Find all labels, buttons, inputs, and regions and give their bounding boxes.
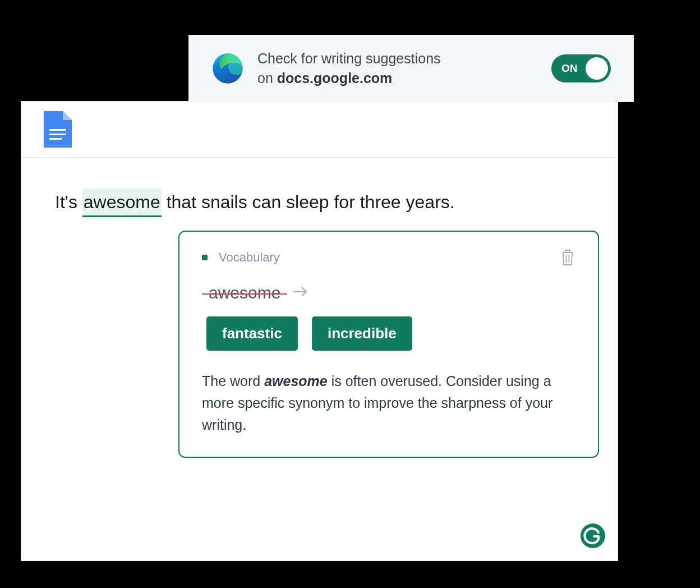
svg-rect-1: [49, 129, 66, 131]
category-dot-icon: [202, 255, 208, 260]
toggle-knob: [586, 57, 608, 80]
dismiss-suggestion-button[interactable]: [560, 249, 575, 267]
explanation-bold-word: awesome: [264, 373, 328, 389]
suggestions-row: fantastic incredible: [202, 316, 575, 351]
explanation-part1: The word: [202, 373, 264, 389]
original-word-strikethrough: awesome: [206, 283, 283, 302]
arrow-right-icon: [293, 286, 308, 300]
toggle-on-label: ON: [561, 62, 578, 75]
flagged-word[interactable]: awesome: [82, 189, 162, 217]
extension-domain: docs.google.com: [277, 70, 393, 86]
sentence-suffix: that snails can sleep for three years.: [162, 192, 455, 212]
extension-message: Check for writing suggestions on docs.go…: [257, 49, 551, 88]
extension-text-line1: Check for writing suggestions: [257, 50, 441, 66]
original-word-row: awesome: [202, 283, 575, 302]
google-docs-icon: [44, 111, 72, 148]
document-sentence: It's awesome that snails can sleep for t…: [55, 189, 584, 217]
suggestion-button-incredible[interactable]: incredible: [312, 316, 412, 351]
svg-rect-3: [49, 138, 62, 140]
suggestion-explanation: The word awesome is often overused. Cons…: [202, 370, 575, 435]
card-header: Vocabulary: [202, 249, 575, 267]
svg-rect-2: [49, 134, 66, 135]
suggestions-toggle[interactable]: ON: [551, 54, 611, 82]
document-window: It's awesome that snails can sleep for t…: [21, 101, 618, 561]
suggestion-card: Vocabulary awesome: [178, 231, 599, 458]
extension-text-prefix: on: [257, 70, 277, 86]
extension-suggestion-bar: Check for writing suggestions on docs.go…: [188, 35, 634, 102]
document-body[interactable]: It's awesome that snails can sleep for t…: [21, 158, 618, 561]
document-header: [21, 102, 618, 158]
suggestion-category: Vocabulary: [219, 250, 560, 265]
edge-browser-icon: [211, 52, 244, 85]
sentence-prefix: It's: [55, 192, 82, 212]
suggestion-button-fantastic[interactable]: fantastic: [206, 316, 298, 351]
grammarly-badge-button[interactable]: [579, 522, 606, 549]
